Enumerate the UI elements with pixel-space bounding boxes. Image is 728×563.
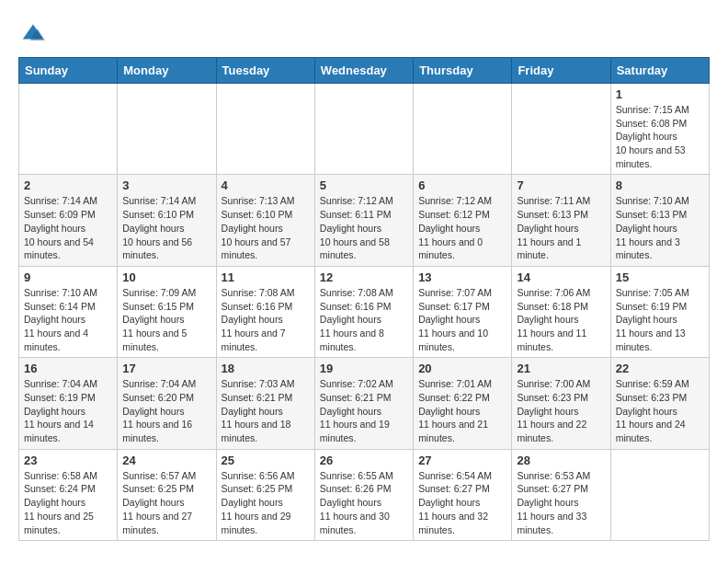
day-number: 4: [222, 178, 310, 192]
day-info: Sunrise: 7:02 AMSunset: 6:21 PMDaylight …: [320, 378, 393, 443]
day-cell-28: 28 Sunrise: 6:53 AMSunset: 6:27 PMDaylig…: [512, 449, 610, 540]
day-number: 18: [222, 362, 310, 375]
day-number: 10: [122, 270, 210, 284]
day-cell-5: 5 Sunrise: 7:12 AMSunset: 6:11 PMDayligh…: [314, 175, 413, 266]
day-number: 19: [320, 362, 408, 375]
day-info: Sunrise: 7:08 AMSunset: 6:16 PMDaylight …: [222, 287, 295, 352]
day-info: Sunrise: 7:15 AMSunset: 6:08 PMDaylight …: [616, 104, 689, 169]
day-info: Sunrise: 7:09 AMSunset: 6:15 PMDaylight …: [122, 287, 196, 352]
weekday-header-friday: Friday: [512, 58, 610, 84]
day-number: 13: [418, 270, 506, 284]
day-number: 22: [616, 362, 704, 375]
page-header: [18, 18, 710, 48]
weekday-header-saturday: Saturday: [610, 58, 709, 84]
day-info: Sunrise: 7:12 AMSunset: 6:11 PMDaylight …: [320, 195, 393, 260]
day-info: Sunrise: 7:13 AMSunset: 6:10 PMDaylight …: [222, 195, 295, 260]
day-info: Sunrise: 7:00 AMSunset: 6:23 PMDaylight …: [517, 378, 590, 443]
day-number: 2: [24, 178, 112, 192]
day-cell-16: 16 Sunrise: 7:04 AMSunset: 6:19 PMDaylig…: [19, 358, 118, 449]
day-cell-23: 23 Sunrise: 6:58 AMSunset: 6:24 PMDaylig…: [19, 449, 118, 540]
day-number: 25: [222, 454, 310, 467]
day-number: 27: [418, 454, 506, 467]
week-row-5: 23 Sunrise: 6:58 AMSunset: 6:24 PMDaylig…: [19, 449, 710, 540]
day-number: 21: [517, 362, 605, 375]
day-number: 7: [517, 178, 605, 192]
day-info: Sunrise: 6:56 AMSunset: 6:25 PMDaylight …: [222, 470, 295, 535]
day-number: 24: [122, 454, 210, 467]
day-info: Sunrise: 7:08 AMSunset: 6:16 PMDaylight …: [320, 287, 393, 352]
weekday-header-tuesday: Tuesday: [216, 58, 314, 84]
day-cell-21: 21 Sunrise: 7:00 AMSunset: 6:23 PMDaylig…: [512, 358, 610, 449]
day-number: 14: [517, 270, 605, 284]
day-cell-27: 27 Sunrise: 6:54 AMSunset: 6:27 PMDaylig…: [414, 449, 512, 540]
day-cell-25: 25 Sunrise: 6:56 AMSunset: 6:25 PMDaylig…: [216, 449, 314, 540]
day-cell-12: 12 Sunrise: 7:08 AMSunset: 6:16 PMDaylig…: [314, 266, 413, 357]
day-info: Sunrise: 7:10 AMSunset: 6:14 PMDaylight …: [24, 287, 97, 352]
day-number: 28: [517, 454, 605, 467]
weekday-header-wednesday: Wednesday: [314, 58, 413, 84]
day-number: 5: [320, 178, 408, 192]
day-cell-26: 26 Sunrise: 6:55 AMSunset: 6:26 PMDaylig…: [314, 449, 413, 540]
day-number: 8: [616, 178, 704, 192]
day-cell-2: 2 Sunrise: 7:14 AMSunset: 6:09 PMDayligh…: [19, 175, 118, 266]
day-number: 20: [418, 362, 506, 375]
week-row-2: 2 Sunrise: 7:14 AMSunset: 6:09 PMDayligh…: [19, 175, 710, 266]
day-cell-1: 1 Sunrise: 7:15 AMSunset: 6:08 PMDayligh…: [610, 84, 709, 175]
day-cell-18: 18 Sunrise: 7:03 AMSunset: 6:21 PMDaylig…: [216, 358, 314, 449]
day-number: 23: [24, 454, 112, 467]
day-info: Sunrise: 7:14 AMSunset: 6:09 PMDaylight …: [24, 195, 97, 260]
day-cell-17: 17 Sunrise: 7:04 AMSunset: 6:20 PMDaylig…: [118, 358, 216, 449]
day-number: 11: [222, 270, 310, 284]
week-row-1: 1 Sunrise: 7:15 AMSunset: 6:08 PMDayligh…: [19, 84, 710, 175]
day-number: 15: [616, 270, 704, 284]
day-cell-9: 9 Sunrise: 7:10 AMSunset: 6:14 PMDayligh…: [19, 266, 118, 357]
day-cell-20: 20 Sunrise: 7:01 AMSunset: 6:22 PMDaylig…: [414, 358, 512, 449]
week-row-4: 16 Sunrise: 7:04 AMSunset: 6:19 PMDaylig…: [19, 358, 710, 449]
day-cell-13: 13 Sunrise: 7:07 AMSunset: 6:17 PMDaylig…: [414, 266, 512, 357]
day-info: Sunrise: 6:57 AMSunset: 6:25 PMDaylight …: [122, 470, 196, 535]
empty-cell-w0-d0: [19, 84, 118, 175]
day-info: Sunrise: 6:54 AMSunset: 6:27 PMDaylight …: [418, 470, 492, 535]
day-cell-24: 24 Sunrise: 6:57 AMSunset: 6:25 PMDaylig…: [118, 449, 216, 540]
weekday-header-monday: Monday: [118, 58, 216, 84]
day-cell-15: 15 Sunrise: 7:05 AMSunset: 6:19 PMDaylig…: [610, 266, 709, 357]
day-number: 26: [320, 454, 408, 467]
day-cell-4: 4 Sunrise: 7:13 AMSunset: 6:10 PMDayligh…: [216, 175, 314, 266]
day-info: Sunrise: 7:04 AMSunset: 6:20 PMDaylight …: [122, 378, 196, 443]
day-info: Sunrise: 7:14 AMSunset: 6:10 PMDaylight …: [122, 195, 196, 260]
day-number: 3: [122, 178, 210, 192]
day-info: Sunrise: 6:59 AMSunset: 6:23 PMDaylight …: [616, 378, 689, 443]
empty-cell-w0-d4: [414, 84, 512, 175]
day-cell-8: 8 Sunrise: 7:10 AMSunset: 6:13 PMDayligh…: [610, 175, 709, 266]
day-cell-11: 11 Sunrise: 7:08 AMSunset: 6:16 PMDaylig…: [216, 266, 314, 357]
day-info: Sunrise: 7:06 AMSunset: 6:18 PMDaylight …: [517, 287, 590, 352]
day-info: Sunrise: 7:10 AMSunset: 6:13 PMDaylight …: [616, 195, 689, 260]
day-cell-14: 14 Sunrise: 7:06 AMSunset: 6:18 PMDaylig…: [512, 266, 610, 357]
day-number: 12: [320, 270, 408, 284]
weekday-header-sunday: Sunday: [19, 58, 118, 84]
day-number: 9: [24, 270, 112, 284]
day-number: 17: [122, 362, 210, 375]
day-info: Sunrise: 7:05 AMSunset: 6:19 PMDaylight …: [616, 287, 689, 352]
weekday-header-thursday: Thursday: [414, 58, 512, 84]
day-number: 16: [24, 362, 112, 375]
week-row-3: 9 Sunrise: 7:10 AMSunset: 6:14 PMDayligh…: [19, 266, 710, 357]
day-info: Sunrise: 7:11 AMSunset: 6:13 PMDaylight …: [517, 195, 590, 260]
day-cell-22: 22 Sunrise: 6:59 AMSunset: 6:23 PMDaylig…: [610, 358, 709, 449]
empty-cell-w0-d2: [216, 84, 314, 175]
day-cell-10: 10 Sunrise: 7:09 AMSunset: 6:15 PMDaylig…: [118, 266, 216, 357]
day-number: 1: [616, 87, 704, 101]
day-info: Sunrise: 7:03 AMSunset: 6:21 PMDaylight …: [222, 378, 295, 443]
empty-cell-w0-d5: [512, 84, 610, 175]
day-info: Sunrise: 7:04 AMSunset: 6:19 PMDaylight …: [24, 378, 97, 443]
empty-cell-w0-d1: [118, 84, 216, 175]
calendar: SundayMondayTuesdayWednesdayThursdayFrid…: [18, 57, 710, 541]
day-cell-3: 3 Sunrise: 7:14 AMSunset: 6:10 PMDayligh…: [118, 175, 216, 266]
empty-cell-w0-d3: [314, 84, 413, 175]
weekday-header-row: SundayMondayTuesdayWednesdayThursdayFrid…: [19, 58, 710, 84]
day-info: Sunrise: 7:12 AMSunset: 6:12 PMDaylight …: [418, 195, 492, 260]
logo-icon: [18, 18, 48, 48]
day-info: Sunrise: 6:58 AMSunset: 6:24 PMDaylight …: [24, 470, 97, 535]
day-info: Sunrise: 7:01 AMSunset: 6:22 PMDaylight …: [418, 378, 492, 443]
day-number: 6: [418, 178, 506, 192]
